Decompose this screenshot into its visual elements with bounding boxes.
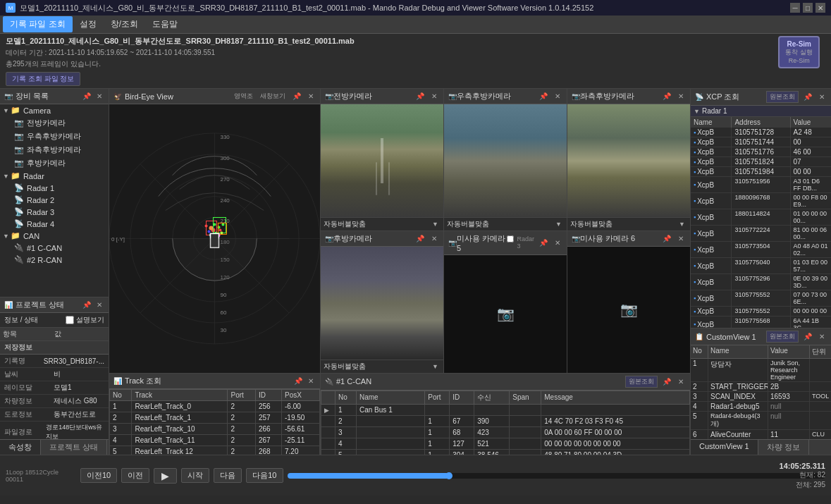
tree-radar-group[interactable]: ▼ 📁 Radar <box>0 170 109 182</box>
xcp-row-6[interactable]: ▪XcpB 1880096768 00 00 F8 00 E9... <box>691 193 831 209</box>
menu-help[interactable]: 도움말 <box>145 16 185 32</box>
xcp-row-0[interactable]: ▪XcpB 3105751728 A2 48 <box>691 128 831 137</box>
menu-settings[interactable]: 설정 <box>73 16 104 32</box>
xcp-row-7[interactable]: ▪XcpB 1880114824 01 00 00 00 00... <box>691 209 831 226</box>
tab-vehicle-info[interactable]: 차량 정보 <box>758 440 809 455</box>
track-panel-close[interactable]: ✕ <box>306 376 316 386</box>
xcp-row-9[interactable]: ▪XcpB 3105773504 A0 48 A0 01 02... <box>691 242 831 258</box>
can-panel-pin[interactable]: 📌 <box>660 377 673 386</box>
tree-camera-group[interactable]: ▼ 📁 Camera <box>0 104 109 116</box>
front-cam-close[interactable]: ✕ <box>429 92 439 101</box>
table-row[interactable]: 2 RearLeft_Track_1 2 257 -19.50 <box>110 412 320 423</box>
left-rear-cam-controls[interactable]: 📌 ✕ <box>660 92 686 101</box>
start-btn[interactable]: 시작 <box>181 468 209 483</box>
table-row[interactable]: 2 1 67 390 14 4C 70 F2 03 F3 F0 45 <box>321 415 690 426</box>
table-row[interactable]: 5 1 304 38,546 48 80 71 80 00 00 04 3D <box>321 449 690 455</box>
device-panel-close[interactable]: ✕ <box>94 92 104 101</box>
explain-checkbox-row[interactable]: 설명보기 <box>66 315 104 325</box>
can-source-btn[interactable]: 원본조회 <box>625 376 658 388</box>
tree-right-rear-camera[interactable]: 📷 우측후방카메라 <box>11 130 109 143</box>
rear-cam-dropdown[interactable]: ▼ <box>430 362 441 371</box>
custom-view-pin[interactable]: 📌 <box>801 332 814 341</box>
left-rear-cam-dropdown[interactable]: ▼ <box>677 220 687 228</box>
rear-cam-controls[interactable]: 📌 ✕ <box>414 234 439 243</box>
tree-radar-1[interactable]: 📡 Radar 1 <box>11 182 109 194</box>
cv-row-0[interactable]: 1 당담자 Junik Son, Research Engineer <box>691 359 831 382</box>
tab-properties[interactable]: 속성창 <box>0 440 41 455</box>
unused-cam-5-controls[interactable]: Radar 3 📌 ✕ <box>507 235 562 250</box>
xcp-row-14[interactable]: ▪XcpB 3105775568 6A 44 1B 3C <box>691 316 831 328</box>
table-row[interactable]: 4 1 127 521 00 00 00 00 00 00 00 00 <box>321 438 690 449</box>
unused-cam-5-close[interactable]: ✕ <box>553 235 562 250</box>
table-row[interactable]: 1 RearLeft_Track_0 2 256 -6.00 <box>110 400 320 412</box>
cv-row-1[interactable]: 2 START_TRIGGER 2B <box>691 382 831 392</box>
new-window-btn[interactable]: 새창보기 <box>258 91 288 102</box>
next10-btn[interactable]: 다음10 <box>246 468 283 483</box>
cv-row-4[interactable]: 5 Radar4-debug4(3개) null <box>691 412 831 430</box>
tree-left-rear-camera[interactable]: 📷 좌측후방카메라 <box>11 143 109 156</box>
project-panel-pin[interactable]: 📌 <box>80 300 93 309</box>
menu-file[interactable]: 기록 파일 조회 <box>3 16 73 32</box>
unused-cam-5-pin[interactable]: 📌 <box>537 235 550 250</box>
close-btn[interactable]: ✕ <box>815 3 825 13</box>
table-row[interactable]: 4 RearLeft_Track_11 2 267 -25.11 <box>110 434 320 445</box>
xcp-row-11[interactable]: ▪XcpB 3105775296 0E 00 39 00 3D... <box>691 274 831 290</box>
menu-window[interactable]: 창/조회 <box>104 16 145 32</box>
front-cam-dropdown[interactable]: ▼ <box>430 220 441 228</box>
bird-eye-pin[interactable]: 📌 <box>290 92 303 101</box>
tree-can-group[interactable]: ▼ 📁 CAN <box>0 230 109 242</box>
xcp-row-3[interactable]: ▪XcpB 3105751824 07 <box>691 157 831 167</box>
custom-view-close[interactable]: ✕ <box>817 332 827 341</box>
title-controls[interactable]: ─ □ ✕ <box>790 3 825 13</box>
explain-checkbox[interactable] <box>66 316 74 324</box>
custom-view-controls[interactable]: 원본조회 📌 ✕ <box>766 331 827 343</box>
maximize-btn[interactable]: □ <box>803 3 813 13</box>
prev10-btn[interactable]: 이전10 <box>80 468 117 483</box>
unused-cam-6-controls[interactable]: 📌 ✕ <box>660 234 686 243</box>
xcp-source-btn[interactable]: 원본조회 <box>766 91 799 103</box>
left-rear-cam-pin[interactable]: 📌 <box>660 92 673 101</box>
minimize-btn[interactable]: ─ <box>790 3 800 13</box>
xcp-row-8[interactable]: ▪XcpB 3105772224 81 00 00 06 00... <box>691 226 831 242</box>
tree-radar-2[interactable]: 📡 Radar 2 <box>11 194 109 206</box>
xcp-row-12[interactable]: ▪XcpB 3105775552 07 00 73 00 6E... <box>691 290 831 307</box>
can-panel-close[interactable]: ✕ <box>676 377 686 386</box>
record-info-btn[interactable]: 기록 조회 파일 정보 <box>6 72 80 86</box>
xcp-row-2[interactable]: ▪XcpB 3105751776 46 00 <box>691 147 831 157</box>
track-panel-controls[interactable]: 📌 ✕ <box>292 376 316 386</box>
tree-radar-3[interactable]: 📡 Radar 3 <box>11 206 109 218</box>
xcp-row-1[interactable]: ▪XcpB 3105751744 00 <box>691 137 831 147</box>
xcp-row-13[interactable]: ▪XcpB 3105775552 00 00 00 00 <box>691 307 831 316</box>
table-row[interactable]: 5 RearLeft_Track 12 2 268 7.20 <box>110 445 320 455</box>
tree-rear-camera[interactable]: 📷 후방카메라 <box>11 156 109 170</box>
front-cam-controls[interactable]: 📌 ✕ <box>414 92 439 101</box>
xcp-row-5[interactable]: ▪XcpB 3105751956 A3 01 D6 FF DB... <box>691 177 831 193</box>
play-btn[interactable]: ▶ <box>154 468 177 484</box>
cv-row-5[interactable]: 6 AliveCounter 11 CLU <box>691 430 831 439</box>
timeline-progress[interactable] <box>288 473 826 479</box>
tab-project-status[interactable]: 프로젝트 상태 <box>41 440 107 455</box>
unused-cam-6-pin[interactable]: 📌 <box>660 234 673 243</box>
rear-cam-close[interactable]: ✕ <box>429 234 439 243</box>
can-panel-controls[interactable]: 원본조회 📌 ✕ <box>625 376 686 388</box>
next-btn[interactable]: 다음 <box>214 468 242 483</box>
xcp-row-4[interactable]: ▪XcpB 3105751984 00 00 <box>691 167 831 177</box>
prev-btn[interactable]: 이전 <box>121 468 149 483</box>
track-panel-pin[interactable]: 📌 <box>292 376 304 386</box>
unused-cam-6-close[interactable]: ✕ <box>676 234 686 243</box>
table-row[interactable]: 3 1 68 423 0A 00 00 60 FF 00 00 00 <box>321 426 690 438</box>
xcp-row-10[interactable]: ▪XcpB 3105775040 01 03 E0 00 57... <box>691 258 831 274</box>
cv-row-2[interactable]: 3 SCAN_INDEX 16593 TOOL <box>691 392 831 402</box>
cv-row-3[interactable]: 4 Radar1-debug5 null <box>691 402 831 412</box>
tree-front-camera[interactable]: 📷 전방카메라 <box>11 116 109 130</box>
xcp-panel-close[interactable]: ✕ <box>817 92 827 102</box>
project-panel-controls[interactable]: 📌 ✕ <box>80 300 104 309</box>
tab-custom-view-1[interactable]: CustomView 1 <box>691 440 758 455</box>
left-rear-cam-close[interactable]: ✕ <box>676 92 686 101</box>
device-panel-pin[interactable]: 📌 <box>80 92 93 101</box>
rear-cam-pin[interactable]: 📌 <box>414 234 426 243</box>
table-row[interactable]: ▶ 1 Can Bus 1 <box>321 404 690 415</box>
right-rear-cam-dropdown[interactable]: ▼ <box>553 220 564 228</box>
xcp-panel-pin[interactable]: 📌 <box>801 92 814 102</box>
device-panel-controls[interactable]: 📌 ✕ <box>80 92 104 101</box>
